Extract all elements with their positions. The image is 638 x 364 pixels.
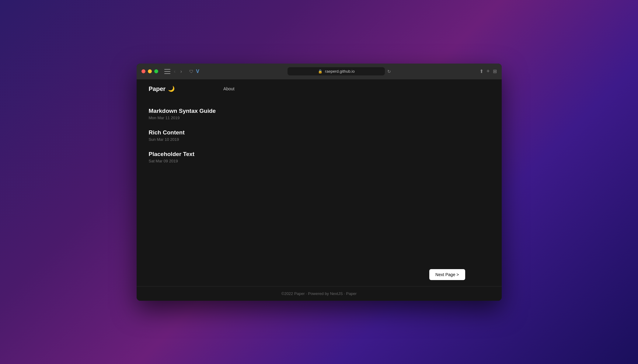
post-title-3: Placeholder Text [149,151,301,158]
browser-chrome: ‹ › 🛡 V 🔒 raeperd.github.io ↻ ⬆ + ⊞ [137,64,502,79]
post-date-3: Sat Mar 09 2019 [149,159,301,163]
moon-icon: 🌙 [168,85,175,92]
fullscreen-button[interactable] [154,69,158,73]
browser-actions: ⬆ + ⊞ [479,68,497,75]
forward-button[interactable]: › [179,68,183,75]
share-icon[interactable]: ⬆ [479,68,483,74]
post-title-1: Markdown Syntax Guide [149,108,301,114]
address-bar-container: 🔒 raeperd.github.io ↻ [203,67,476,75]
browser-controls: ‹ › [164,68,183,75]
main-content: Markdown Syntax Guide Mon Mar 11 2019 Ri… [137,99,502,263]
post-item-2[interactable]: Rich Content Sun Mar 10 2019 [149,129,301,142]
post-date-1: Mon Mar 11 2019 [149,116,301,120]
sidebar-toggle-button[interactable] [164,69,170,74]
post-item-3[interactable]: Placeholder Text Sat Mar 09 2019 [149,151,301,163]
post-title-2: Rich Content [149,129,301,136]
traffic-lights [141,69,158,73]
site-logo[interactable]: Paper 🌙 [149,85,175,92]
website-content: Paper 🌙 About Markdown Syntax Guide Mon … [137,79,502,301]
address-text: raeperd.github.io [325,69,355,74]
nav-links: About [223,86,235,91]
post-list: Markdown Syntax Guide Mon Mar 11 2019 Ri… [149,108,301,163]
footer-text: ©2022 Paper · Powered by NextJS · Paper [281,291,357,296]
address-bar[interactable]: 🔒 raeperd.github.io [288,67,385,75]
shield-icon: 🛡 [189,69,193,74]
next-page-button[interactable]: Next Page > [429,269,465,280]
logo-text: Paper [149,85,166,92]
reload-button[interactable]: ↻ [387,69,391,74]
pagination: Next Page > [417,263,477,286]
site-nav: Paper 🌙 About [137,79,502,99]
back-button[interactable]: ‹ [173,68,177,75]
browser-window: ‹ › 🛡 V 🔒 raeperd.github.io ↻ ⬆ + ⊞ Pape… [137,64,502,301]
lock-icon: 🔒 [318,69,322,74]
nav-about-link[interactable]: About [223,86,235,91]
new-tab-icon[interactable]: + [486,68,490,75]
minimize-button[interactable] [148,69,152,73]
post-item-1[interactable]: Markdown Syntax Guide Mon Mar 11 2019 [149,108,301,120]
site-footer: ©2022 Paper · Powered by NextJS · Paper [137,286,502,301]
v-app-icon: V [196,69,199,74]
grid-view-icon[interactable]: ⊞ [493,68,497,74]
post-date-2: Sun Mar 10 2019 [149,137,301,142]
close-button[interactable] [141,69,145,73]
